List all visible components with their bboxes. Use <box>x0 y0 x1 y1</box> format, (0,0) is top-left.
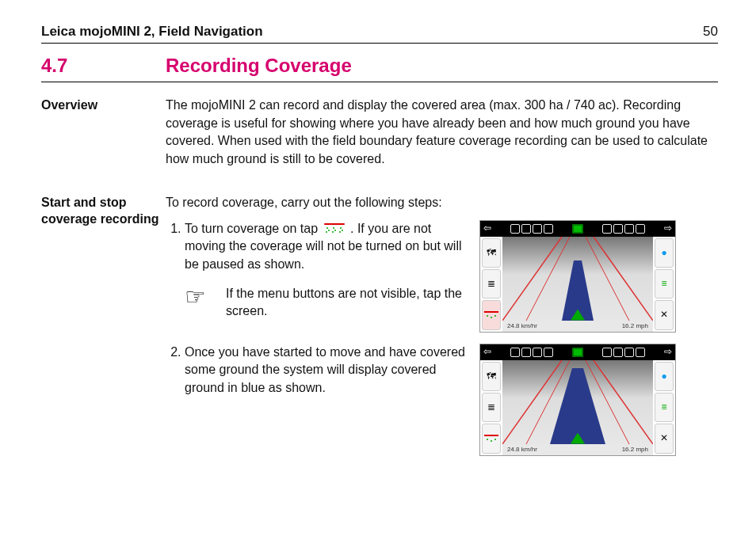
svg-line-15 <box>502 237 562 321</box>
status-icon[interactable]: ● <box>655 238 674 268</box>
status-icon[interactable]: ● <box>655 362 674 391</box>
svg-point-12 <box>491 317 492 318</box>
screenshot-coverage-recording: ⇦ ⇨ 🗺 ≣ <box>479 344 676 456</box>
svg-point-7 <box>340 227 342 229</box>
fence-icon[interactable]: ≣ <box>482 269 501 298</box>
svg-point-8 <box>342 230 343 231</box>
fence-icon[interactable]: ≣ <box>482 393 501 422</box>
svg-point-5 <box>334 230 336 231</box>
procedure-intro: To record coverage, carry out the follow… <box>166 194 718 212</box>
procedure-label: Start and stop coverage recording <box>41 194 166 228</box>
section-heading: 4.7 Recording Coverage <box>41 55 718 82</box>
svg-point-9 <box>339 231 341 233</box>
screenshot-coverage-paused: ⇦ ⇨ 🗺 ≣ <box>479 220 676 333</box>
step-1: To turn coverage on tap <box>185 220 718 333</box>
coverage-spray-icon <box>323 222 346 236</box>
overview-label: Overview <box>41 97 166 114</box>
speed-left: 24.8 km/hr <box>507 321 537 330</box>
coverage-toggle-icon[interactable] <box>482 424 501 453</box>
settings-icon[interactable]: ✕ <box>655 424 674 453</box>
page-header: Leica mojoMINI 2, Field Navigation 50 <box>41 24 718 44</box>
overview-text: The mojoMINI 2 can record and display th… <box>166 97 718 169</box>
svg-line-25 <box>594 360 653 444</box>
speed-left: 24.8 km/hr <box>507 445 537 454</box>
svg-point-11 <box>487 315 488 317</box>
coverage-toggle-icon[interactable] <box>482 300 501 329</box>
doc-title: Leica mojoMINI 2, Field Navigation <box>41 24 263 40</box>
field-map-icon[interactable]: 🗺 <box>482 362 501 391</box>
step-2: Once you have started to move and have c… <box>185 344 718 456</box>
svg-point-3 <box>326 231 327 233</box>
settings-icon[interactable]: ✕ <box>655 300 674 329</box>
speed-right: 16.2 mph <box>622 445 648 454</box>
svg-marker-23 <box>550 368 605 444</box>
svg-point-4 <box>333 227 334 229</box>
svg-point-2 <box>328 230 330 231</box>
svg-point-20 <box>487 439 488 440</box>
svg-point-1 <box>326 227 328 229</box>
section-number: 4.7 <box>41 55 166 77</box>
page-number: 50 <box>703 24 718 40</box>
guidance-lines-icon[interactable]: ≡ <box>655 393 674 422</box>
guidance-lines-icon[interactable]: ≡ <box>655 269 674 298</box>
speed-right: 16.2 mph <box>622 321 648 330</box>
svg-point-22 <box>494 439 496 440</box>
field-map-icon[interactable]: 🗺 <box>482 238 501 268</box>
section-title: Recording Coverage <box>166 55 352 77</box>
svg-line-16 <box>594 237 653 321</box>
svg-point-21 <box>491 440 492 442</box>
step-1-note: If the menu buttons are not visible, tap… <box>226 285 464 321</box>
step-1-pre: To turn coverage on tap <box>185 222 322 235</box>
svg-point-13 <box>494 315 496 317</box>
step-2-text: Once you have started to move and have c… <box>185 345 465 394</box>
svg-line-24 <box>502 360 562 444</box>
pointing-hand-icon: ☞ <box>185 285 216 309</box>
svg-point-6 <box>332 231 334 233</box>
